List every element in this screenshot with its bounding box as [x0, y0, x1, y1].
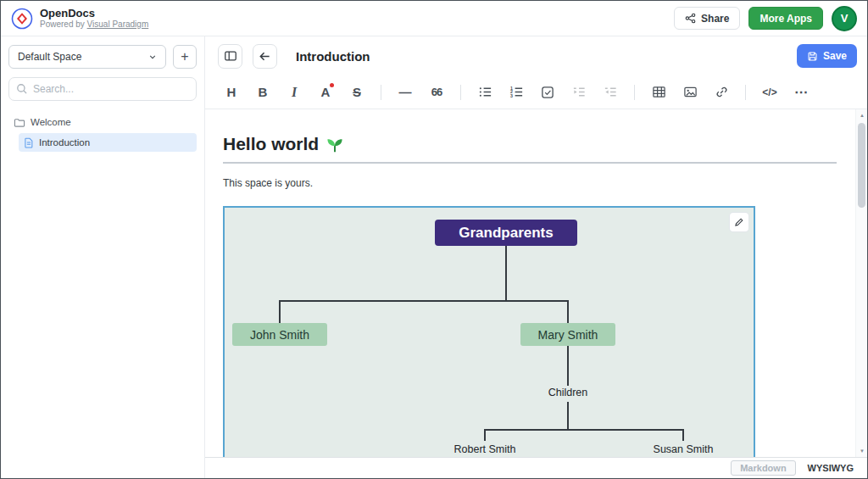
diagram-connector [484, 429, 486, 441]
font-color-label: A [321, 85, 331, 99]
format-toolbar: H B I A S — 66 123 [205, 75, 867, 109]
table-button[interactable] [646, 80, 671, 105]
save-icon [807, 51, 818, 62]
space-selector-label: Default Space [18, 51, 81, 63]
user-avatar[interactable]: V [832, 6, 857, 31]
main-area: Introduction Save H B I A S — 66 [205, 36, 867, 478]
outdent-icon [604, 85, 618, 99]
heading-button[interactable]: H [219, 80, 244, 105]
space-selector[interactable]: Default Space [8, 45, 166, 69]
opendocs-window: OpenDocs Powered by Visual Paradigm Shar… [0, 0, 868, 479]
brand-text: OpenDocs Powered by Visual Paradigm [40, 8, 148, 30]
more-apps-button[interactable]: More Apps [748, 7, 823, 30]
italic-button[interactable]: I [281, 80, 307, 105]
bullet-list-button[interactable] [472, 80, 498, 105]
brand: OpenDocs Powered by Visual Paradigm [11, 8, 148, 30]
save-button[interactable]: Save [797, 44, 857, 68]
diagram-connector [567, 402, 569, 429]
document-heading: Hello world [223, 131, 837, 157]
panel-layout-icon [224, 49, 237, 63]
diagram-connector [567, 346, 569, 386]
search-input[interactable] [33, 83, 189, 95]
arrow-left-icon [259, 50, 271, 63]
sidebar-item-label: Welcome [31, 117, 71, 127]
back-button[interactable] [253, 44, 277, 69]
app-name: OpenDocs [40, 8, 148, 19]
sidebar-item-label: Introduction [39, 137, 90, 148]
font-color-button[interactable]: A [313, 80, 338, 105]
diagram-connector [567, 300, 569, 323]
diagram-connector [279, 300, 281, 323]
doc-toolbar: Introduction Save [205, 36, 867, 75]
vertical-scrollbar[interactable]: ▲ ▼ [855, 109, 867, 457]
scrollbar-thumb[interactable] [858, 123, 865, 208]
toolbar-divider [381, 85, 381, 100]
save-label: Save [823, 50, 847, 62]
toolbar-divider [634, 85, 635, 100]
link-button[interactable] [709, 80, 734, 105]
powered-by-text: Powered by [40, 19, 85, 29]
toolbar-divider [745, 85, 746, 100]
task-list-button[interactable] [535, 80, 560, 105]
pencil-icon [734, 217, 744, 227]
diagram-node-grandparents: Grandparents [435, 220, 577, 246]
toggle-sidebar-button[interactable] [218, 44, 242, 69]
share-label: Share [701, 13, 729, 25]
diagram-label-robert-smith: Robert Smith [433, 443, 537, 455]
indent-icon [572, 85, 587, 99]
sidebar-item-introduction[interactable]: Introduction [19, 133, 197, 152]
ordered-list-icon: 123 [509, 85, 524, 99]
bullet-list-icon [478, 85, 492, 99]
strikethrough-button[interactable]: S [344, 80, 370, 105]
image-icon [683, 85, 698, 99]
topbar-actions: Share More Apps V [674, 6, 857, 31]
sidebar: Default Space + Welcome Introduction [1, 36, 205, 478]
document-icon [24, 137, 34, 148]
diagram-connector [279, 300, 569, 302]
chevron-down-icon [148, 53, 157, 60]
ordered-list-button[interactable]: 123 [504, 80, 529, 105]
search-box [8, 77, 197, 101]
diagram-connector [505, 246, 507, 300]
image-button[interactable] [677, 80, 703, 105]
heading-text: Hello world [223, 131, 319, 157]
diagram-node-mary-smith: Mary Smith [520, 323, 615, 346]
top-header: OpenDocs Powered by Visual Paradigm Shar… [1, 1, 867, 36]
diagram-label-children: Children [526, 387, 610, 398]
add-space-button[interactable]: + [173, 45, 197, 69]
svg-text:3: 3 [509, 93, 512, 98]
family-tree-diagram[interactable]: Grandparents John Smith Mary Smith Child… [223, 206, 755, 457]
outdent-button[interactable] [598, 80, 623, 105]
share-icon [685, 13, 696, 24]
visual-paradigm-link[interactable]: Visual Paradigm [87, 19, 149, 29]
bold-button[interactable]: B [250, 80, 275, 105]
edit-diagram-button[interactable] [730, 213, 748, 231]
diagram-connector [484, 429, 684, 431]
page-title: Introduction [296, 49, 370, 64]
checkbox-icon [541, 86, 554, 99]
code-button[interactable]: </> [757, 80, 782, 105]
wysiwyg-mode-button[interactable]: WYSIWYG [808, 463, 854, 473]
more-options-button[interactable]: ⋯ [788, 80, 814, 105]
markdown-mode-button[interactable]: Markdown [731, 460, 795, 476]
heading-divider [223, 162, 837, 164]
folder-icon [14, 117, 25, 128]
share-button[interactable]: Share [674, 7, 740, 30]
table-icon [652, 85, 666, 99]
page-tree: Welcome Introduction [8, 113, 197, 152]
horizontal-rule-button[interactable]: — [392, 80, 418, 105]
opendocs-logo-icon [11, 8, 33, 30]
link-icon [715, 85, 729, 99]
body-row: Default Space + Welcome Introduction [1, 36, 867, 478]
sidebar-item-welcome[interactable]: Welcome [8, 113, 197, 131]
color-dot-icon [330, 83, 334, 87]
diagram-label-susan-smith: Susan Smith [632, 443, 735, 455]
seedling-emoji-icon [326, 135, 344, 153]
scroll-down-arrow[interactable]: ▼ [856, 446, 867, 456]
blockquote-button[interactable]: 66 [424, 80, 449, 105]
diagram-connector [682, 429, 684, 441]
document-paragraph: This space is yours. [223, 177, 837, 189]
indent-button[interactable] [566, 80, 592, 105]
toolbar-divider [460, 85, 461, 100]
scroll-up-arrow[interactable]: ▲ [856, 110, 867, 120]
